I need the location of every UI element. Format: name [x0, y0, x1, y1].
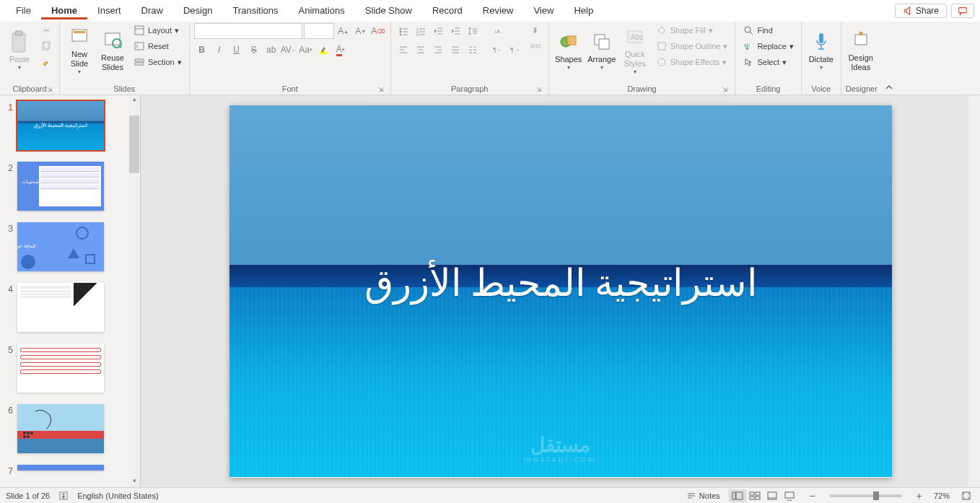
main-slide[interactable]: استراتيجية المحيط الأزرق مستقل mostaql.c… [229, 105, 892, 478]
smartart-button[interactable] [527, 39, 544, 53]
numbering-button[interactable]: 123 [413, 23, 429, 39]
sorter-view-button[interactable] [746, 489, 764, 502]
zoom-out-button[interactable]: − [807, 490, 818, 502]
reset-button[interactable]: Reset [131, 39, 185, 53]
launcher-icon[interactable]: ⇲ [722, 86, 729, 93]
reuse-slides-button[interactable]: Reuse Slides [97, 23, 128, 78]
zoom-in-button[interactable]: + [914, 490, 925, 502]
paste-button[interactable]: Paste ▾ [4, 23, 35, 78]
thumbnail-list[interactable]: 1 استراتيجية المحيط الأزرق 2 المحتويات 3… [0, 95, 128, 487]
rtl-button[interactable]: ¶← [489, 42, 505, 58]
thumbnail-6[interactable]: 6 [3, 404, 126, 453]
font-family-input[interactable] [194, 23, 302, 39]
thumbnail-5[interactable]: 5 [3, 344, 126, 393]
layout-button[interactable]: Layout▾ [131, 23, 185, 38]
shape-fill-button[interactable]: Shape Fill▾ [653, 23, 731, 38]
thumbnail-7[interactable]: 7 [3, 465, 126, 476]
shapes-button[interactable]: Shapes▾ [554, 23, 584, 78]
accessibility-check-icon[interactable] [58, 491, 69, 501]
menu-animations[interactable]: Animations [289, 2, 355, 19]
indent-inc-button[interactable] [447, 23, 463, 39]
thumbnail-scrollbar[interactable]: ▴ ▾ [128, 95, 140, 487]
ltr-button[interactable]: ¶→ [507, 42, 522, 58]
normal-view-button[interactable] [729, 489, 746, 502]
menu-transitions[interactable]: Transitions [222, 2, 288, 19]
font-size-input[interactable] [304, 23, 334, 39]
menu-help[interactable]: Help [564, 2, 603, 19]
highlight-button[interactable] [315, 42, 331, 58]
launcher-icon[interactable]: ⇲ [377, 86, 385, 93]
clear-format-button[interactable]: A⌫ [370, 23, 386, 39]
menu-record[interactable]: Record [422, 2, 473, 19]
thumbnail-2[interactable]: 2 المحتويات [3, 162, 126, 211]
text-direction-button[interactable]: ↕A [489, 23, 505, 39]
decrease-font-button[interactable]: A▼ [353, 23, 369, 39]
shape-outline-button[interactable]: Shape Outline▾ [653, 39, 731, 53]
menu-design[interactable]: Design [173, 2, 222, 19]
new-slide-icon [68, 25, 91, 48]
shape-effects-button[interactable]: Shape Effects▾ [653, 55, 731, 69]
zoom-handle[interactable] [873, 491, 879, 500]
section-button[interactable]: Section▾ [131, 55, 185, 69]
select-button[interactable]: Select▾ [740, 55, 796, 69]
thumbnail-4[interactable]: 4 [3, 283, 126, 332]
launcher-icon[interactable]: ⇲ [46, 86, 53, 93]
launcher-icon[interactable]: ⇲ [535, 86, 543, 93]
slide-viewport[interactable]: استراتيجية المحيط الأزرق مستقل mostaql.c… [141, 95, 980, 487]
menu-review[interactable]: Review [473, 2, 524, 19]
quick-styles-button[interactable]: Abc Quick Styles▾ [620, 23, 650, 78]
increase-font-button[interactable]: A▲ [336, 23, 351, 39]
language-label[interactable]: English (United States) [77, 491, 159, 500]
bold-button[interactable]: B [194, 42, 210, 58]
align-text-button[interactable]: ⬍ [527, 23, 544, 38]
share-button[interactable]: Share [895, 4, 947, 18]
menu-home[interactable]: Home [41, 2, 87, 19]
slideshow-view-button[interactable] [781, 489, 798, 502]
align-center-button[interactable] [413, 42, 429, 58]
main-scrollbar[interactable] [968, 95, 980, 487]
align-right-button[interactable] [430, 42, 446, 58]
menu-view[interactable]: View [523, 2, 564, 19]
scrollbar-thumb[interactable] [129, 115, 139, 173]
cut-button[interactable]: ✂ [38, 23, 55, 38]
dictate-label: Dictate [809, 55, 834, 64]
align-justify-button[interactable] [447, 42, 463, 58]
replace-label: Replace [757, 42, 786, 51]
change-case-button[interactable]: Aa▾ [298, 42, 314, 58]
thumbnail-3[interactable]: 3 لإضافة حول [3, 222, 126, 271]
menu-draw[interactable]: Draw [131, 2, 173, 19]
italic-button[interactable]: I [211, 42, 227, 58]
underline-button[interactable]: U [229, 42, 245, 58]
align-left-button[interactable] [395, 42, 411, 58]
find-button[interactable]: Find [740, 23, 796, 38]
shadow-button[interactable]: ab [263, 42, 279, 58]
new-slide-button[interactable]: New Slide ▾ [64, 23, 95, 78]
char-spacing-button[interactable]: AV↔ [281, 42, 297, 58]
design-ideas-button[interactable]: Design Ideas [846, 23, 876, 78]
format-painter-button[interactable] [38, 55, 55, 69]
indent-dec-button[interactable] [430, 23, 446, 39]
reading-view-button[interactable] [764, 489, 781, 502]
bullets-button[interactable] [395, 23, 411, 39]
line-spacing-button[interactable] [465, 23, 481, 39]
copy-button[interactable] [38, 39, 55, 53]
menu-file[interactable]: File [6, 2, 41, 19]
columns-button[interactable] [465, 42, 481, 58]
comments-button[interactable] [951, 4, 974, 18]
menu-insert[interactable]: Insert [87, 2, 131, 19]
strike-button[interactable]: S [246, 42, 262, 58]
zoom-slider[interactable] [830, 494, 902, 497]
arrange-button[interactable]: Arrange▾ [587, 23, 617, 78]
collapse-ribbon-button[interactable] [882, 80, 896, 95]
dictate-button[interactable]: Dictate▾ [806, 23, 836, 78]
fit-to-window-button[interactable] [958, 491, 974, 501]
notes-label: Notes [699, 491, 720, 500]
slide-title[interactable]: استراتيجية المحيط الأزرق [229, 261, 892, 305]
font-color-button[interactable]: A▾ [333, 42, 349, 58]
replace-button[interactable]: abReplace▾ [740, 39, 796, 53]
notes-toggle[interactable]: Notes [686, 491, 720, 501]
svg-rect-71 [819, 33, 823, 43]
thumbnail-1[interactable]: 1 استراتيجية المحيط الأزرق [3, 101, 126, 150]
menu-slideshow[interactable]: Slide Show [355, 2, 422, 19]
zoom-level[interactable]: 72% [934, 491, 950, 500]
